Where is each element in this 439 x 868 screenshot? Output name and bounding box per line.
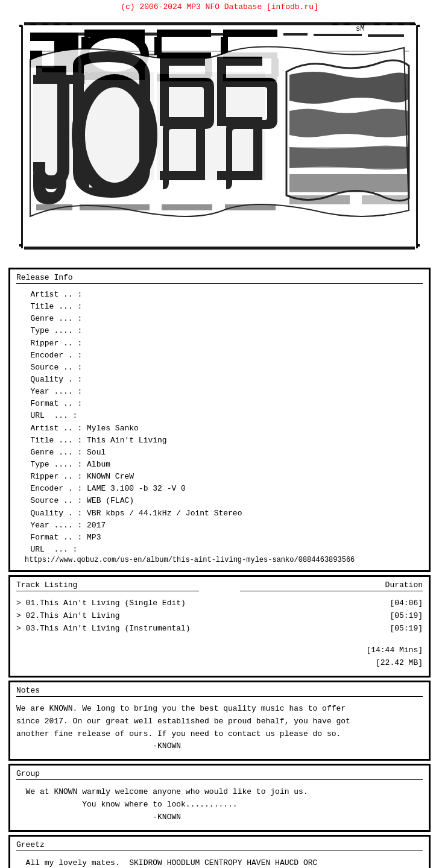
svg-rect-65 <box>398 24 404 25</box>
greetz-section: Greetz All my lovely mates. SKIDROW HOOD… <box>8 835 431 868</box>
table-row: Artist .. : Title ... : Genre ... : Type… <box>16 289 423 423</box>
svg-rect-51 <box>362 195 409 204</box>
total-size: [22.42 MB] <box>16 657 423 670</box>
svg-rect-36 <box>66 33 90 36</box>
year-value: 2017 <box>87 521 106 530</box>
notes-text: We are KNOWN. We long to bring you the b… <box>16 703 423 753</box>
encoder-value: LAME 3.100 -b 32 -V 0 <box>87 484 186 493</box>
copyright-text: (c) 2006-2024 MP3 NFO Database [infodb.r… <box>121 2 318 11</box>
track-3-title: > 03.This Ain't Living (Instrumental) <box>16 623 191 635</box>
source-value: WEB (FLAC) <box>87 496 134 505</box>
notes-title: Notes <box>16 686 423 695</box>
ascii-art-section: sM <box>0 13 439 265</box>
release-info-content: Artist .. : Myles Sanko Title ... : This… <box>16 423 423 556</box>
svg-rect-40 <box>193 34 205 36</box>
svg-rect-57 <box>42 24 48 25</box>
svg-rect-61 <box>344 24 350 25</box>
svg-rect-54 <box>19 244 22 247</box>
total-duration: [14:44 Mins] <box>16 644 423 657</box>
type-value: Album <box>87 460 110 469</box>
svg-rect-38 <box>139 33 163 36</box>
notes-section: Notes We are KNOWN. We long to bring you… <box>8 681 431 761</box>
svg-rect-5 <box>30 37 54 41</box>
svg-rect-34 <box>36 34 41 37</box>
track-listing-title: Track Listing <box>16 580 77 590</box>
svg-rect-59 <box>66 24 72 25</box>
release-url[interactable]: https://www.qobuz.com/us-en/album/this-a… <box>16 556 423 564</box>
duration-title: Duration <box>385 580 423 590</box>
track-1-title: > 01.This Ain't Living (Single Edit) <box>16 597 186 610</box>
copyright-header: (c) 2006-2024 MP3 NFO Database [infodb.r… <box>0 0 439 13</box>
svg-rect-62 <box>362 24 365 25</box>
track-totals: [14:44 Mins] [22.42 MB] <box>16 644 423 670</box>
artist-value: Myles Sanko <box>87 424 139 433</box>
release-info-section: Release Info Artist .. : Title ... : Gen… <box>8 268 431 572</box>
release-info-divider <box>16 283 423 284</box>
track-row: > 03.This Ain't Living (Instrumental) [0… <box>16 623 423 635</box>
track-listing-header: Track Listing Duration <box>16 580 423 590</box>
svg-rect-56 <box>30 24 36 25</box>
ascii-signature: sM <box>356 25 364 33</box>
greetz-text: All my lovely mates. SKIDROW HOODLUM CEN… <box>16 857 423 868</box>
release-info-labels: Artist .. : Title ... : Genre ... : Type… <box>16 289 423 423</box>
svg-rect-3 <box>24 247 415 250</box>
genre-value: Soul <box>87 448 106 457</box>
group-text: We at KNOWN warmly welcome anyone who wo… <box>16 786 423 823</box>
svg-rect-1 <box>21 25 23 248</box>
svg-rect-39 <box>169 33 187 36</box>
title-value: This Ain't Living <box>87 436 167 445</box>
group-title: Group <box>16 769 423 778</box>
release-info-table: Artist .. : Title ... : Genre ... : Type… <box>16 289 423 423</box>
track-2-title: > 02.This Ain't Living <box>16 610 120 623</box>
svg-rect-35 <box>48 33 60 36</box>
track-row: > 02.This Ain't Living [05:19] <box>16 610 423 623</box>
track-2-duration: [05:19] <box>390 610 423 623</box>
svg-rect-43 <box>283 33 308 36</box>
svg-rect-2 <box>416 25 418 248</box>
ascii-art-svg: sM <box>12 17 427 259</box>
svg-rect-58 <box>54 24 60 25</box>
ripper-value: KNOWN CreW <box>87 472 134 481</box>
svg-rect-53 <box>417 25 420 27</box>
svg-rect-44 <box>314 34 362 36</box>
svg-rect-41 <box>211 33 235 36</box>
svg-rect-66 <box>410 24 416 25</box>
svg-rect-52 <box>19 25 22 27</box>
group-divider <box>16 779 423 780</box>
svg-rect-9 <box>30 42 41 51</box>
svg-rect-45 <box>368 34 404 37</box>
quality-value: VBR kbps / 44.1kHz / Joint Stereo <box>87 509 242 518</box>
track-1-duration: [04:06] <box>390 597 423 610</box>
svg-rect-37 <box>96 32 133 35</box>
track-row: > 01.This Ain't Living (Single Edit) [04… <box>16 597 423 610</box>
svg-rect-33 <box>30 36 33 38</box>
release-info-title: Release Info <box>16 273 423 282</box>
svg-rect-63 <box>374 24 380 25</box>
svg-rect-18 <box>154 37 162 55</box>
svg-rect-50 <box>289 195 350 204</box>
track-3-duration: [05:19] <box>390 623 423 635</box>
svg-rect-42 <box>241 33 277 36</box>
svg-rect-64 <box>386 24 392 25</box>
group-section: Group We at KNOWN warmly welcome anyone … <box>8 764 431 831</box>
svg-rect-49 <box>289 174 409 192</box>
notes-divider <box>16 696 423 697</box>
ascii-art-image: sM <box>12 17 427 259</box>
svg-rect-55 <box>417 244 420 247</box>
format-value: MP3 <box>87 533 101 542</box>
greetz-divider <box>16 851 423 851</box>
track-listing-dividers <box>16 590 423 593</box>
svg-rect-60 <box>332 24 338 25</box>
track-listing-section: Track Listing Duration > 01.This Ain't L… <box>8 575 431 678</box>
greetz-title: Greetz <box>16 840 423 849</box>
